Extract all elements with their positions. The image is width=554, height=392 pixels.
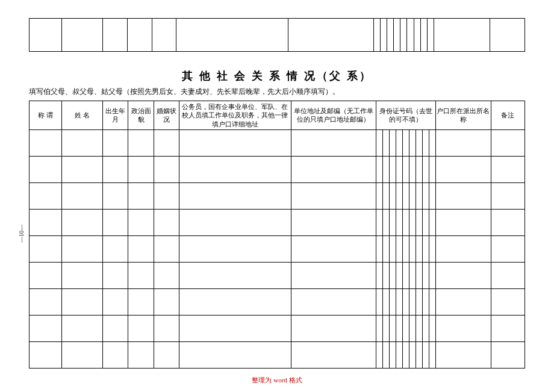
table-row [30,129,525,156]
header-name: 姓 名 [62,101,103,130]
header-police-station: 户口所在派出所名称 [435,101,491,130]
header-remark: 备注 [491,101,524,130]
table-row [30,209,525,235]
header-unit-address: 单位地址及邮编（无工作单位的只填户口地址邮编） [291,101,376,130]
header-birth: 出生年月 [103,101,128,130]
table-body [30,129,525,368]
header-relation: 称 谓 [30,101,62,130]
header-political: 政治面貌 [128,101,154,130]
table-row [30,262,525,288]
table-header-row: 称 谓 姓 名 出生年月 政治面貌 婚姻状况 公务员，国有企事业单位、军队、在校… [30,101,525,130]
table-row [30,156,525,182]
table-row [30,235,525,262]
page-number-marker: —10— [18,225,25,243]
section-title: 其 他 社 会 关 系 情 况（父 系） [29,69,525,83]
table-row [30,182,525,209]
header-work-unit: 公务员，国有企事业单位、军队、在校人员填工作单位及职务，其他一律填户口详细地址 [179,101,291,130]
header-id-number: 身份证号码（去世的可不填） [376,101,435,130]
table-row [30,341,525,368]
table-row [30,288,525,315]
relatives-paternal-table: 称 谓 姓 名 出生年月 政治面貌 婚姻状况 公务员，国有企事业单位、军队、在校… [29,101,525,369]
table-row [30,19,525,52]
header-marital: 婚姻状况 [154,101,179,130]
section-subtitle: 填写伯父母、叔父母、姑父母（按照先男后女、夫妻成对、先长辈后晚辈，先大后小顺序填… [29,87,525,97]
continuation-table-fragment [29,18,525,52]
footer-note: 整理为 word 格式 [0,376,554,385]
table-row [30,315,525,341]
